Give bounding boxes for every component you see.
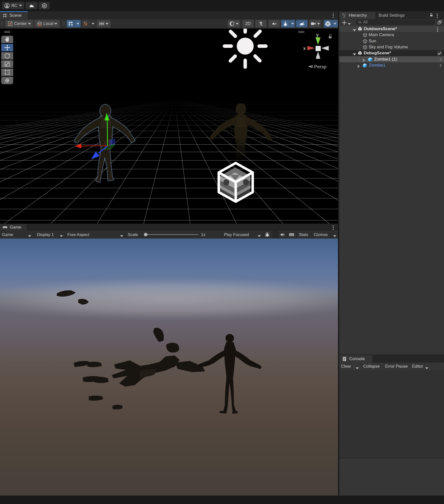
- svg-text:Y: Y: [71, 23, 73, 27]
- svg-text:Persp: Persp: [314, 64, 327, 69]
- svg-text:y: y: [316, 32, 319, 37]
- svg-text:D: D: [43, 4, 45, 7]
- svg-text:x: x: [303, 46, 306, 51]
